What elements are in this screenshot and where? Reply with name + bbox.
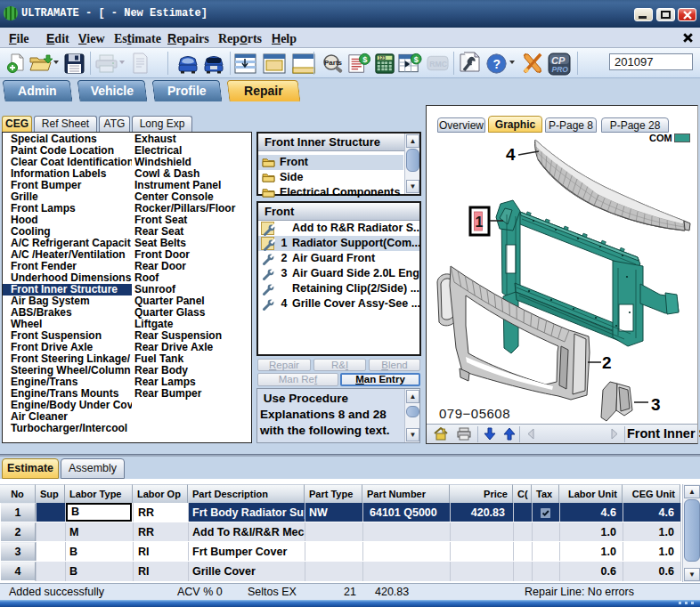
svg-text:4: 4 — [506, 145, 516, 164]
svg-text:2: 2 — [602, 353, 612, 372]
svg-text:123: 123 — [378, 55, 387, 61]
svg-text:$: $ — [362, 55, 368, 64]
svg-text:PRO: PRO — [552, 65, 569, 74]
svg-text:Parts: Parts — [324, 59, 343, 67]
svg-text:3: 3 — [651, 395, 661, 414]
svg-text:RMC: RMC — [429, 60, 447, 69]
svg-text:?: ? — [493, 57, 501, 71]
svg-text:1: 1 — [476, 214, 484, 230]
svg-text:$: $ — [414, 55, 419, 64]
